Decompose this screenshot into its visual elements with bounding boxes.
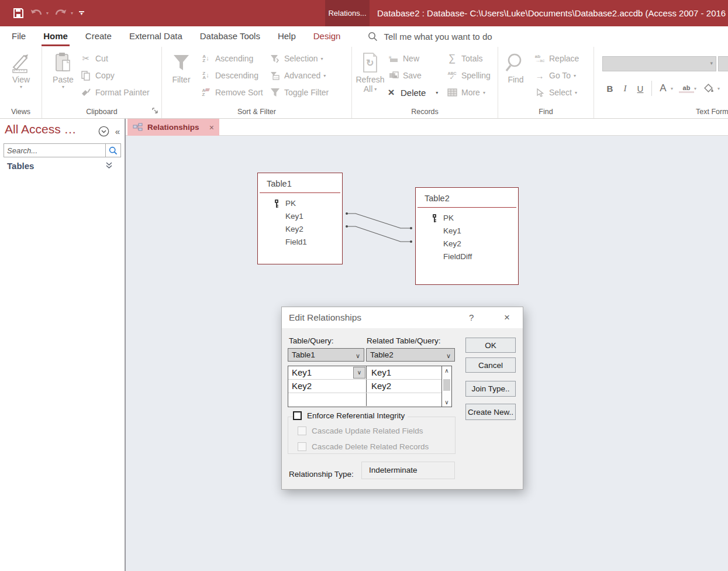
toggle-filter-button[interactable]: Toggle Filter <box>268 85 329 99</box>
relationships-canvas[interactable]: Table1 PK Key1 Key2 Field1 Table2 PK Key… <box>126 136 728 571</box>
fill-color-icon[interactable] <box>703 83 715 94</box>
highlight-color-button[interactable]: ab <box>679 84 694 93</box>
customize-qat-icon[interactable]: ▾ <box>79 11 84 16</box>
enforce-referential-integrity-row[interactable]: Enforce Referential Integrity <box>293 411 408 420</box>
copy-button[interactable]: Copy <box>80 68 115 82</box>
table1-box[interactable]: Table1 PK Key1 Key2 Field1 <box>257 173 343 264</box>
tab-external-data[interactable]: External Data <box>120 26 191 47</box>
delete-button[interactable]: × Delete ▾ <box>385 85 438 99</box>
replace-button[interactable]: ab→ac Replace <box>533 51 579 66</box>
table-query-combobox[interactable]: Table1 ∨ <box>288 348 364 362</box>
grid-cell-right[interactable]: Key1 <box>367 366 451 379</box>
tab-file[interactable]: File <box>3 26 34 47</box>
highlight-caret-icon[interactable]: ▾ <box>694 86 696 91</box>
grid-cell-left[interactable]: Key1 ∨ <box>288 366 367 379</box>
table1-field-pk[interactable]: PK <box>258 197 342 210</box>
active-document-titlebar-button[interactable]: Relations... <box>325 0 370 26</box>
related-table-query-combobox[interactable]: Table2 ∨ <box>366 348 455 362</box>
table2-field-fielddiff[interactable]: FieldDiff <box>416 250 518 263</box>
italic-button[interactable]: I <box>617 84 633 94</box>
nav-pane-title[interactable]: All Access … <box>5 122 77 136</box>
select-button[interactable]: Select ▾ <box>533 85 577 99</box>
table1-field-field1[interactable]: Field1 <box>258 236 342 249</box>
cascade-delete-checkbox <box>298 442 306 451</box>
join-type-button[interactable]: Join Type.. <box>465 381 516 397</box>
fill-color-caret-icon[interactable]: ▾ <box>717 86 720 91</box>
table2-field-pk[interactable]: PK <box>416 212 518 225</box>
table2-title[interactable]: Table2 <box>418 188 516 208</box>
grid-cell-right[interactable] <box>367 393 451 406</box>
join-fields-grid[interactable]: Key1 ∨ Key1 Key2 Key2 ∧ ∨ <box>288 366 452 407</box>
relationships-document-tab[interactable]: Relationships × <box>127 119 219 136</box>
save-icon[interactable] <box>13 8 24 19</box>
tables-expand-chevrons-icon[interactable] <box>105 161 113 170</box>
nav-group-tables[interactable]: Tables <box>0 159 126 174</box>
totals-button[interactable]: ∑ Totals <box>446 51 483 66</box>
nav-menu-circle-chevron-icon[interactable] <box>98 126 109 137</box>
scroll-down-icon[interactable]: ∨ <box>442 399 451 405</box>
grid-row-2[interactable]: Key2 Key2 <box>288 380 451 393</box>
tab-home[interactable]: Home <box>34 26 77 47</box>
remove-sort-button[interactable]: AZ Remove Sort <box>199 85 263 99</box>
font-color-button[interactable]: A <box>655 82 671 94</box>
clipboard-dialog-launcher-icon[interactable] <box>152 108 159 115</box>
dialog-title-bar[interactable]: Edit Relationships ? × <box>282 307 523 328</box>
shutter-bar-collapse-icon[interactable]: « <box>115 126 120 136</box>
table2-box[interactable]: Table2 PK Key1 Key2 FieldDiff <box>415 187 519 285</box>
grid-row-1[interactable]: Key1 ∨ Key1 <box>288 366 451 380</box>
redo-caret-icon[interactable]: ▾ <box>71 11 73 16</box>
grid-cell-left[interactable] <box>288 393 367 406</box>
tab-create[interactable]: Create <box>77 26 120 47</box>
format-painter-button[interactable]: Format Painter <box>80 85 150 99</box>
grid-cell-left[interactable]: Key2 <box>288 380 367 393</box>
group-label-records: Records <box>352 108 498 116</box>
ok-button[interactable]: OK <box>465 338 516 353</box>
redo-icon[interactable] <box>54 9 67 18</box>
filter-button[interactable]: Filter <box>167 50 196 84</box>
new-record-button[interactable]: ✳ New <box>387 51 419 66</box>
tab-design[interactable]: Design <box>305 26 350 47</box>
table1-field-key2[interactable]: Key2 <box>258 223 342 236</box>
bold-button[interactable]: B <box>602 84 617 94</box>
paste-button[interactable]: Paste ▾ <box>50 50 77 90</box>
descending-button[interactable]: ZA↓ Descending <box>199 68 258 82</box>
undo-icon[interactable] <box>30 9 43 18</box>
delete-caret-icon[interactable]: ▾ <box>436 90 438 95</box>
save-record-button[interactable]: Save <box>387 68 422 82</box>
table1-field-key1[interactable]: Key1 <box>258 210 342 223</box>
tab-database-tools[interactable]: Database Tools <box>191 26 269 47</box>
undo-caret-icon[interactable]: ▾ <box>46 11 49 16</box>
scroll-up-icon[interactable]: ∧ <box>442 367 451 374</box>
font-color-caret-icon[interactable]: ▾ <box>671 86 673 91</box>
advanced-button[interactable]: Advanced ▾ <box>268 68 326 82</box>
refresh-all-button[interactable]: ↻ Refresh All▾ <box>354 50 386 94</box>
tell-me-box[interactable]: Tell me what you want to do <box>368 32 492 42</box>
selection-button[interactable]: Selection ▾ <box>268 51 323 66</box>
table2-field-key1[interactable]: Key1 <box>416 225 518 238</box>
grid-cell-right[interactable]: Key2 <box>367 380 451 393</box>
nav-search-button[interactable] <box>105 144 120 157</box>
underline-button[interactable]: U <box>633 84 648 94</box>
table1-title[interactable]: Table1 <box>260 173 340 193</box>
grid-cell-dropdown-icon[interactable]: ∨ <box>353 367 365 379</box>
dialog-close-icon[interactable]: × <box>504 312 510 324</box>
dialog-help-icon[interactable]: ? <box>469 312 474 322</box>
group-clipboard: Paste ▾ ✂ Cut Copy Format Painter Clipbo… <box>42 47 162 118</box>
find-button[interactable]: Find <box>503 50 529 84</box>
more-button[interactable]: More ▾ <box>446 85 485 99</box>
nav-search-box[interactable]: Search... <box>4 143 121 157</box>
create-new-button[interactable]: Create New.. <box>465 404 516 420</box>
tab-help[interactable]: Help <box>269 26 305 47</box>
goto-button[interactable]: → Go To ▾ <box>533 68 576 82</box>
grid-row-3[interactable] <box>288 393 451 406</box>
view-button[interactable]: View ▾ <box>5 50 37 90</box>
cancel-button[interactable]: Cancel <box>465 357 516 373</box>
enforce-referential-integrity-checkbox[interactable] <box>293 411 302 420</box>
scroll-thumb[interactable] <box>443 379 450 391</box>
close-tab-icon[interactable]: × <box>209 123 214 132</box>
ascending-button[interactable]: AZ↓ Ascending <box>199 51 253 66</box>
cut-button[interactable]: ✂ Cut <box>80 51 108 66</box>
grid-scrollbar[interactable]: ∧ ∨ <box>441 366 451 407</box>
spelling-button[interactable]: ABC✓ Spelling <box>446 68 491 82</box>
table2-field-key2[interactable]: Key2 <box>416 238 518 250</box>
